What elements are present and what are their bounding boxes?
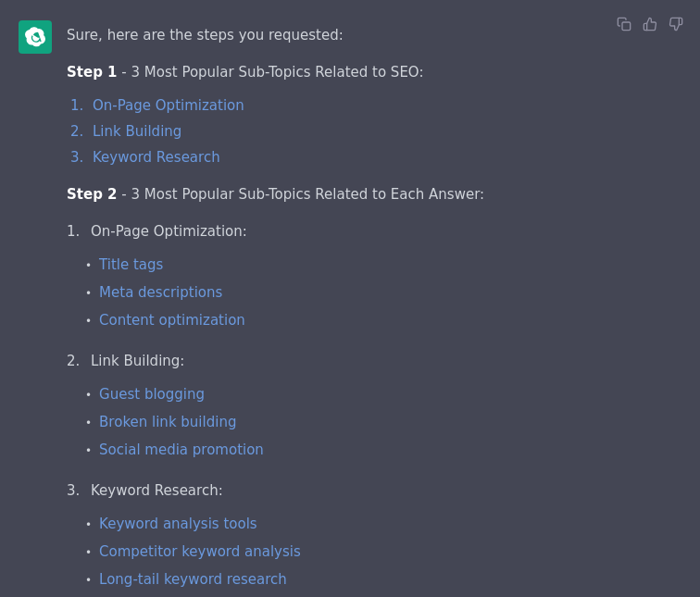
svg-rect-0 — [622, 22, 631, 31]
subsection-3-bullets: • Keyword analysis tools • Competitor ke… — [67, 513, 669, 591]
subsection-1-heading: 1. On-Page Optimization: — [67, 220, 669, 243]
subsection-3-heading: 3. Keyword Research: — [67, 479, 669, 502]
action-icons — [615, 15, 685, 33]
step2-bold: Step 2 — [67, 186, 118, 203]
avatar — [19, 20, 52, 54]
bullet-icon: • — [85, 572, 92, 590]
subsection-title: Keyword Research: — [91, 479, 223, 502]
subsection-1-bullets: • Title tags • Meta descriptions • Conte… — [67, 254, 669, 331]
subsection-title: Link Building: — [91, 350, 184, 372]
list-item: • Meta descriptions — [85, 281, 669, 304]
bullet-text: Meta descriptions — [99, 281, 222, 304]
copy-icon[interactable] — [615, 15, 633, 33]
step2-heading: Step 2 - 3 Most Popular Sub-Topics Relat… — [67, 183, 669, 205]
bullet-icon: • — [85, 257, 92, 275]
content-area: Sure, here are the steps you requested: … — [67, 19, 669, 597]
thumbs-down-icon[interactable] — [667, 15, 685, 33]
message-container: Sure, here are the steps you requested: … — [0, 0, 700, 597]
subsection-1: 1. On-Page Optimization: • Title tags • … — [67, 220, 669, 331]
bullet-text: Long-tail keyword research — [99, 568, 287, 591]
thumbs-up-icon[interactable] — [641, 15, 659, 33]
bullet-icon: • — [85, 313, 92, 330]
bullet-text: Guest blogging — [99, 383, 205, 405]
bullet-text: Keyword analysis tools — [99, 513, 257, 535]
bullet-icon: • — [85, 415, 92, 432]
list-item: • Social media promotion — [85, 439, 669, 461]
bullet-text: Title tags — [99, 254, 163, 276]
subsection-title: On-Page Optimization: — [91, 220, 247, 243]
bullet-text: Social media promotion — [99, 439, 264, 461]
subsection-2-bullets: • Guest blogging • Broken link building … — [67, 383, 669, 461]
subsection-2: 2. Link Building: • Guest blogging • Bro… — [67, 350, 669, 461]
subsection-2-heading: 2. Link Building: — [67, 350, 669, 372]
bullet-icon: • — [85, 516, 92, 534]
list-num: 3. — [70, 146, 89, 168]
subsection-num: 1. — [67, 220, 87, 243]
bullet-text: Competitor keyword analysis — [99, 541, 301, 563]
bullet-icon: • — [85, 387, 92, 404]
bullet-text: Content optimization — [99, 309, 245, 331]
step1-bold: Step 1 — [67, 64, 118, 81]
list-item: • Long-tail keyword research — [85, 568, 669, 591]
bullet-icon: • — [85, 544, 92, 562]
list-item: • Guest blogging — [85, 383, 669, 405]
intro-text: Sure, here are the steps you requested: — [67, 24, 669, 46]
list-item: 3. Keyword Research — [70, 146, 669, 168]
list-item: 2. Link Building — [70, 120, 669, 143]
list-item: • Competitor keyword analysis — [85, 541, 669, 563]
subsection-num: 2. — [67, 350, 87, 372]
step1-suffix: - 3 Most Popular Sub-Topics Related to S… — [118, 64, 424, 81]
step2-suffix: - 3 Most Popular Sub-Topics Related to E… — [118, 186, 485, 203]
bullet-icon: • — [85, 442, 92, 460]
bullet-icon: • — [85, 285, 92, 303]
list-item: • Content optimization — [85, 309, 669, 331]
list-item: 1. On-Page Optimization — [70, 94, 669, 117]
list-item-text: On-Page Optimization — [93, 94, 244, 117]
bullet-text: Broken link building — [99, 411, 236, 433]
list-item-text: Keyword Research — [93, 146, 220, 168]
list-item: • Title tags — [85, 254, 669, 276]
list-num: 2. — [70, 120, 89, 143]
list-num: 1. — [70, 94, 89, 117]
list-item: • Keyword analysis tools — [85, 513, 669, 535]
subsection-3: 3. Keyword Research: • Keyword analysis … — [67, 479, 669, 591]
step1-list: 1. On-Page Optimization 2. Link Building… — [67, 94, 669, 168]
step1-heading: Step 1 - 3 Most Popular Sub-Topics Relat… — [67, 61, 669, 83]
subsection-num: 3. — [67, 479, 87, 502]
list-item: • Broken link building — [85, 411, 669, 433]
list-item-text: Link Building — [93, 120, 181, 143]
